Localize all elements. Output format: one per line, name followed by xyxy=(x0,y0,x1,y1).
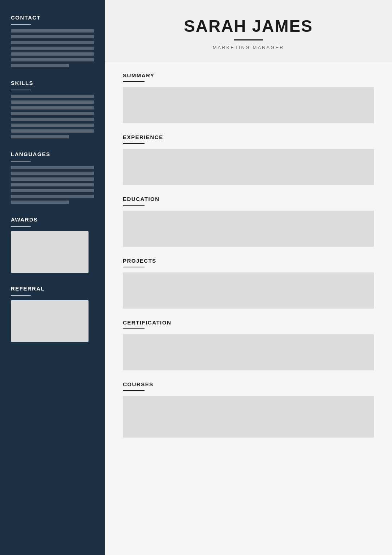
experience-content-box xyxy=(123,149,374,185)
resume-header: SARAH JAMES MARKETING MANAGER xyxy=(105,0,392,61)
sidebar-skills-title: SKILLS xyxy=(11,80,94,86)
skills-line-6 xyxy=(11,124,94,127)
sidebar-awards-title: AWARDS xyxy=(11,216,94,223)
education-underline xyxy=(123,205,145,206)
section-courses: COURSES xyxy=(123,381,374,438)
contact-text-lines xyxy=(11,29,94,67)
sidebar-section-languages: LANGUAGES xyxy=(11,151,94,204)
section-education: EDUCATION xyxy=(123,196,374,247)
languages-text-lines xyxy=(11,166,94,204)
languages-line-6 xyxy=(11,195,94,198)
certification-title: CERTIFICATION xyxy=(123,319,374,326)
main-sections-container: SUMMARY EXPERIENCE EDUCATION PROJECTS CE… xyxy=(105,61,392,459)
contact-line-5 xyxy=(11,52,94,56)
sidebar-section-skills: SKILLS xyxy=(11,80,94,138)
summary-content-box xyxy=(123,87,374,123)
summary-underline xyxy=(123,81,145,82)
candidate-title: MARKETING MANAGER xyxy=(123,45,374,50)
contact-line-3 xyxy=(11,41,94,44)
experience-title: EXPERIENCE xyxy=(123,134,374,140)
name-underline xyxy=(234,39,263,40)
sidebar-section-contact: CONTACT xyxy=(11,14,94,67)
projects-title: PROJECTS xyxy=(123,258,374,264)
languages-line-1 xyxy=(11,166,94,169)
education-content-box xyxy=(123,211,374,247)
awards-placeholder-box xyxy=(11,231,89,273)
contact-line-7 xyxy=(11,64,69,67)
contact-line-2 xyxy=(11,35,94,38)
skills-text-lines xyxy=(11,95,94,138)
section-certification: CERTIFICATION xyxy=(123,319,374,370)
sidebar-skills-underline xyxy=(11,90,31,90)
summary-title: SUMMARY xyxy=(123,72,374,78)
skills-line-3 xyxy=(11,106,94,109)
experience-underline xyxy=(123,143,145,144)
courses-underline xyxy=(123,390,145,391)
section-summary: SUMMARY xyxy=(123,72,374,123)
skills-line-5 xyxy=(11,118,94,121)
courses-title: COURSES xyxy=(123,381,374,387)
projects-underline xyxy=(123,267,145,267)
sidebar-languages-title: LANGUAGES xyxy=(11,151,94,157)
sidebar-referral-title: REFERRAL xyxy=(11,285,94,292)
certification-underline xyxy=(123,328,145,329)
certification-content-box xyxy=(123,334,374,370)
skills-line-8 xyxy=(11,135,69,138)
sidebar-languages-underline xyxy=(11,161,31,162)
languages-line-2 xyxy=(11,172,94,175)
sidebar-awards-underline xyxy=(11,226,31,227)
skills-line-4 xyxy=(11,112,94,115)
languages-line-4 xyxy=(11,183,94,186)
sidebar-contact-underline xyxy=(11,24,31,25)
skills-line-1 xyxy=(11,95,94,98)
sidebar-section-referral: REFERRAL xyxy=(11,285,94,342)
sidebar-contact-title: CONTACT xyxy=(11,14,94,21)
skills-line-2 xyxy=(11,100,94,104)
projects-content-box xyxy=(123,272,374,309)
sidebar: CONTACT SKILLS LANGUAGES xyxy=(0,0,105,555)
contact-line-6 xyxy=(11,58,94,61)
courses-content-box xyxy=(123,396,374,438)
languages-line-5 xyxy=(11,189,94,192)
candidate-name: SARAH JAMES xyxy=(123,16,374,36)
skills-line-7 xyxy=(11,129,94,133)
contact-line-1 xyxy=(11,29,94,33)
languages-line-7 xyxy=(11,201,69,204)
main-content: SARAH JAMES MARKETING MANAGER SUMMARY EX… xyxy=(105,0,392,555)
section-projects: PROJECTS xyxy=(123,258,374,309)
contact-line-4 xyxy=(11,47,94,50)
sidebar-section-awards: AWARDS xyxy=(11,216,94,273)
education-title: EDUCATION xyxy=(123,196,374,202)
section-experience: EXPERIENCE xyxy=(123,134,374,185)
languages-line-3 xyxy=(11,177,94,181)
sidebar-referral-underline xyxy=(11,295,31,296)
referral-placeholder-box xyxy=(11,300,89,342)
